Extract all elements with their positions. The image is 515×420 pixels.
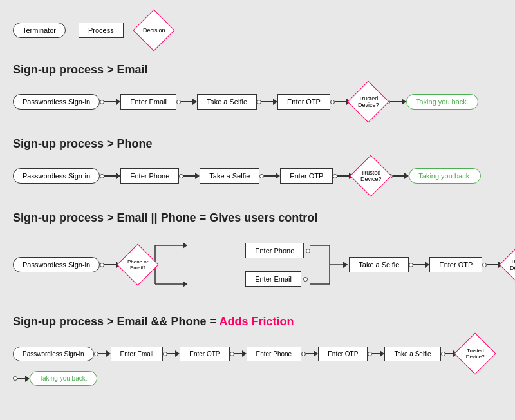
merge-svg: [310, 233, 349, 297]
connector-2: [176, 99, 197, 105]
svg-marker-11: [343, 262, 348, 268]
c7: [13, 376, 30, 382]
node-take-selfie-2: Take a Selfie: [200, 168, 259, 184]
dot: [163, 352, 167, 356]
terminator-shape: Terminator: [13, 23, 66, 38]
c4: [301, 350, 318, 357]
flow-phone: Passwordless Sign-in Enter Phone Take a …: [13, 158, 502, 193]
node-phone-or-email: Phone orEmail?: [120, 247, 155, 282]
node-trusted-device-friction: TrustedDevice?: [458, 336, 492, 371]
arrow: [314, 350, 318, 357]
connector-1: [100, 173, 120, 179]
dot: [301, 352, 306, 356]
arrow: [106, 350, 111, 357]
arrow: [380, 350, 384, 357]
line: [372, 353, 380, 354]
node-enter-otp-2: Enter OTP: [280, 168, 333, 184]
dot: [100, 174, 104, 178]
node-enter-email-1: Enter Email: [120, 94, 176, 110]
line: [335, 101, 346, 102]
branch-svg: [155, 233, 245, 297]
decision-label-trusted-1: TrustedDevice?: [358, 95, 379, 108]
line: [337, 175, 349, 177]
dot: [179, 174, 183, 178]
decision-shape: Decision: [133, 9, 174, 51]
connector-3: [259, 173, 280, 179]
decision-shape-branch: Phone orEmail?: [117, 243, 159, 285]
line: [104, 264, 116, 265]
arrow: [425, 262, 429, 268]
dot: [176, 100, 181, 104]
node-trusted-device-1: TrustedDevice?: [351, 84, 386, 119]
arrow: [192, 99, 197, 105]
node-trusted-device-2: TrustedDevice?: [353, 158, 388, 193]
dot: [257, 100, 261, 104]
branch-nodes: Enter Phone Enter Email: [245, 243, 310, 287]
section-email: Sign-up process > Email Passwordless Sig…: [13, 63, 502, 119]
section-email-title: Sign-up process > Email: [13, 63, 502, 77]
c5: [368, 350, 384, 357]
dot: [330, 100, 335, 104]
arrow: [242, 350, 247, 357]
line: [413, 264, 425, 265]
c2: [163, 350, 180, 357]
node-enter-email-branch: Enter Email: [245, 271, 301, 287]
branch-bottom-row: Enter Email: [245, 271, 310, 287]
line: [445, 353, 453, 354]
node-enter-otp-1: Enter OTP: [277, 94, 330, 110]
node-passwordless-branch: Passwordless Sign-in: [13, 257, 100, 272]
terminator-label: Terminator: [23, 26, 56, 34]
dot: [409, 263, 413, 267]
decision-label-trusted-friction: TrustedDevice?: [465, 348, 484, 359]
dot: [230, 352, 234, 356]
dot: [441, 352, 445, 356]
line: [167, 353, 175, 354]
node-passwordless-signin-1: Passwordless Sign-in: [13, 94, 100, 110]
node-enter-otp-friction-2: Enter OTP: [318, 347, 368, 361]
line: [487, 264, 498, 265]
connector-2: [179, 173, 200, 179]
arrow: [116, 173, 120, 179]
decision-label-trusted-branch: TrustedDevice?: [510, 258, 515, 271]
dot: [333, 174, 337, 178]
line: [306, 353, 314, 354]
node-taking-back-friction: Taking you back.: [30, 371, 97, 386]
decision-label-trusted-2: TrustedDevice?: [360, 169, 382, 182]
line: [264, 175, 276, 177]
node-enter-otp-friction-1: Enter OTP: [180, 347, 229, 361]
line: [104, 101, 116, 102]
node-taking-back-1: Taking you back.: [406, 94, 478, 110]
flow-branch: Passwordless Sign-in Phone orEmail?: [13, 233, 502, 297]
process-label: Process: [88, 26, 114, 34]
dot: [368, 352, 372, 356]
arrow: [404, 173, 409, 179]
friction-highlight: Adds Friction: [219, 315, 294, 328]
flow-email: Passwordless Sign-in Enter Email Take a …: [13, 84, 502, 119]
section-friction: Sign-up process > Email && Phone = Adds …: [13, 315, 502, 386]
line: [104, 175, 116, 177]
node-trusted-device-branch: TrustedDevice?: [503, 247, 515, 282]
dot: [306, 249, 310, 253]
line: [261, 101, 273, 102]
svg-marker-5: [183, 281, 187, 287]
connector-3: [257, 99, 277, 105]
connector-b2: [409, 262, 429, 268]
process-shape: Process: [79, 23, 124, 38]
node-taking-back-2: Taking you back.: [409, 168, 481, 184]
section-phone-title: Sign-up process > Phone: [13, 137, 502, 151]
line: [393, 175, 404, 177]
decision-shape-trusted-1: TrustedDevice?: [347, 81, 389, 122]
dot: [13, 376, 17, 381]
node-enter-phone-friction: Enter Phone: [247, 347, 302, 361]
dot: [94, 352, 98, 356]
legend-decision: Decision: [136, 13, 171, 48]
line: [181, 101, 192, 102]
arrow: [195, 173, 200, 179]
node-take-selfie-branch: Take a Selfie: [349, 257, 409, 272]
arrow: [25, 376, 30, 382]
section-branch: Sign-up process > Email || Phone = Gives…: [13, 211, 502, 297]
section-branch-title: Sign-up process > Email || Phone = Gives…: [13, 211, 502, 225]
decision-shape-trusted-friction: TrustedDevice?: [454, 332, 496, 374]
decision-label-branch: Phone orEmail?: [127, 259, 148, 271]
line: [17, 378, 25, 379]
